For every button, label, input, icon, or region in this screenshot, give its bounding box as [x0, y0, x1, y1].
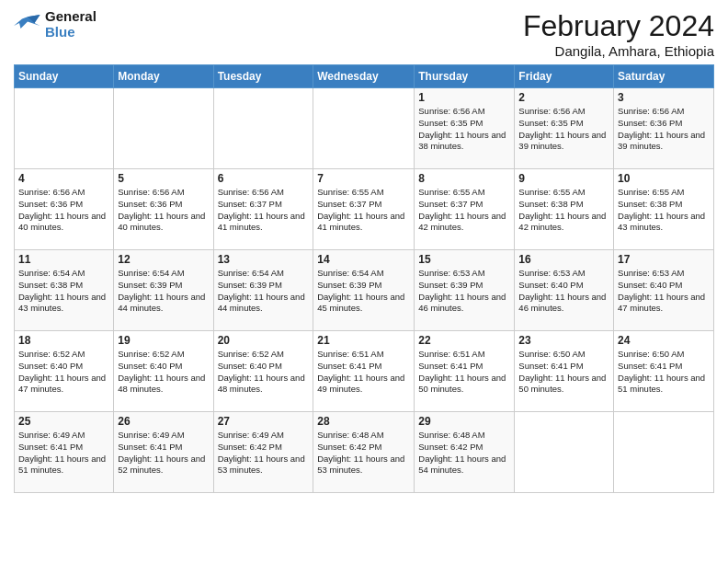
day-info: Sunrise: 6:55 AM Sunset: 6:37 PM Dayligh… — [418, 187, 510, 234]
day-info: Sunrise: 6:53 AM Sunset: 6:40 PM Dayligh… — [518, 268, 609, 315]
calendar-day-27: 27Sunrise: 6:49 AM Sunset: 6:42 PM Dayli… — [213, 412, 313, 493]
day-info: Sunrise: 6:51 AM Sunset: 6:41 PM Dayligh… — [418, 349, 510, 396]
day-info: Sunrise: 6:50 AM Sunset: 6:41 PM Dayligh… — [518, 349, 609, 396]
day-number: 1 — [418, 91, 510, 104]
calendar-day-19: 19Sunrise: 6:52 AM Sunset: 6:40 PM Dayli… — [114, 331, 213, 412]
calendar-empty-cell — [15, 88, 114, 169]
day-number: 24 — [618, 334, 710, 347]
day-info: Sunrise: 6:56 AM Sunset: 6:37 PM Dayligh… — [218, 187, 310, 234]
day-number: 18 — [18, 334, 109, 347]
calendar-header-thursday: Thursday — [415, 65, 515, 88]
day-number: 28 — [317, 415, 410, 428]
calendar-day-26: 26Sunrise: 6:49 AM Sunset: 6:41 PM Dayli… — [114, 412, 213, 493]
day-info: Sunrise: 6:54 AM Sunset: 6:38 PM Dayligh… — [18, 268, 109, 315]
day-info: Sunrise: 6:56 AM Sunset: 6:36 PM Dayligh… — [18, 187, 109, 234]
calendar-day-11: 11Sunrise: 6:54 AM Sunset: 6:38 PM Dayli… — [15, 250, 114, 331]
day-number: 10 — [618, 172, 710, 185]
day-info: Sunrise: 6:49 AM Sunset: 6:41 PM Dayligh… — [18, 430, 109, 477]
day-number: 5 — [118, 172, 209, 185]
calendar-empty-cell — [213, 88, 313, 169]
calendar-week-row: 4Sunrise: 6:56 AM Sunset: 6:36 PM Daylig… — [15, 169, 714, 250]
month-title: February 2024 — [523, 9, 714, 43]
calendar-empty-cell — [614, 412, 714, 493]
day-info: Sunrise: 6:51 AM Sunset: 6:41 PM Dayligh… — [317, 349, 410, 396]
logo: General Blue — [14, 9, 97, 40]
day-number: 7 — [317, 172, 410, 185]
logo-text: General Blue — [45, 9, 97, 40]
calendar-day-14: 14Sunrise: 6:54 AM Sunset: 6:39 PM Dayli… — [313, 250, 415, 331]
day-info: Sunrise: 6:53 AM Sunset: 6:39 PM Dayligh… — [418, 268, 510, 315]
calendar-day-6: 6Sunrise: 6:56 AM Sunset: 6:37 PM Daylig… — [213, 169, 313, 250]
day-number: 29 — [418, 415, 510, 428]
day-info: Sunrise: 6:48 AM Sunset: 6:42 PM Dayligh… — [418, 430, 510, 477]
calendar-day-15: 15Sunrise: 6:53 AM Sunset: 6:39 PM Dayli… — [415, 250, 515, 331]
calendar-empty-cell — [515, 412, 614, 493]
day-number: 2 — [518, 91, 609, 104]
calendar-header-wednesday: Wednesday — [313, 65, 415, 88]
day-number: 17 — [618, 253, 710, 266]
day-info: Sunrise: 6:49 AM Sunset: 6:41 PM Dayligh… — [118, 430, 209, 477]
calendar-day-9: 9Sunrise: 6:55 AM Sunset: 6:38 PM Daylig… — [515, 169, 614, 250]
calendar-day-23: 23Sunrise: 6:50 AM Sunset: 6:41 PM Dayli… — [515, 331, 614, 412]
calendar-header-monday: Monday — [114, 65, 213, 88]
day-number: 14 — [317, 253, 410, 266]
day-info: Sunrise: 6:55 AM Sunset: 6:38 PM Dayligh… — [518, 187, 609, 234]
calendar-header-sunday: Sunday — [15, 65, 114, 88]
calendar-empty-cell — [114, 88, 213, 169]
calendar-day-5: 5Sunrise: 6:56 AM Sunset: 6:36 PM Daylig… — [114, 169, 213, 250]
day-number: 13 — [218, 253, 310, 266]
calendar-day-28: 28Sunrise: 6:48 AM Sunset: 6:42 PM Dayli… — [313, 412, 415, 493]
calendar-empty-cell — [313, 88, 415, 169]
calendar-day-21: 21Sunrise: 6:51 AM Sunset: 6:41 PM Dayli… — [313, 331, 415, 412]
day-number: 19 — [118, 334, 209, 347]
day-info: Sunrise: 6:52 AM Sunset: 6:40 PM Dayligh… — [18, 349, 109, 396]
calendar-day-25: 25Sunrise: 6:49 AM Sunset: 6:41 PM Dayli… — [15, 412, 114, 493]
logo-bird-icon — [14, 13, 41, 36]
day-info: Sunrise: 6:54 AM Sunset: 6:39 PM Dayligh… — [317, 268, 410, 315]
calendar-header-row: SundayMondayTuesdayWednesdayThursdayFrid… — [15, 65, 714, 88]
calendar-header-saturday: Saturday — [614, 65, 714, 88]
calendar-header-friday: Friday — [515, 65, 614, 88]
day-number: 27 — [218, 415, 310, 428]
calendar-week-row: 1Sunrise: 6:56 AM Sunset: 6:35 PM Daylig… — [15, 88, 714, 169]
day-number: 6 — [218, 172, 310, 185]
calendar-day-7: 7Sunrise: 6:55 AM Sunset: 6:37 PM Daylig… — [313, 169, 415, 250]
day-info: Sunrise: 6:56 AM Sunset: 6:35 PM Dayligh… — [518, 106, 609, 153]
calendar-day-12: 12Sunrise: 6:54 AM Sunset: 6:39 PM Dayli… — [114, 250, 213, 331]
day-number: 8 — [418, 172, 510, 185]
day-info: Sunrise: 6:54 AM Sunset: 6:39 PM Dayligh… — [218, 268, 310, 315]
day-info: Sunrise: 6:50 AM Sunset: 6:41 PM Dayligh… — [618, 349, 710, 396]
day-number: 9 — [518, 172, 609, 185]
title-block: February 2024 Dangila, Amhara, Ethiopia — [523, 9, 714, 59]
calendar-day-24: 24Sunrise: 6:50 AM Sunset: 6:41 PM Dayli… — [614, 331, 714, 412]
calendar-day-3: 3Sunrise: 6:56 AM Sunset: 6:36 PM Daylig… — [614, 88, 714, 169]
day-number: 25 — [18, 415, 109, 428]
calendar-table: SundayMondayTuesdayWednesdayThursdayFrid… — [14, 64, 714, 493]
calendar-day-20: 20Sunrise: 6:52 AM Sunset: 6:40 PM Dayli… — [213, 331, 313, 412]
day-info: Sunrise: 6:53 AM Sunset: 6:40 PM Dayligh… — [618, 268, 710, 315]
calendar-day-10: 10Sunrise: 6:55 AM Sunset: 6:38 PM Dayli… — [614, 169, 714, 250]
day-number: 26 — [118, 415, 209, 428]
calendar-day-22: 22Sunrise: 6:51 AM Sunset: 6:41 PM Dayli… — [415, 331, 515, 412]
day-info: Sunrise: 6:56 AM Sunset: 6:35 PM Dayligh… — [418, 106, 510, 153]
day-number: 23 — [518, 334, 609, 347]
day-info: Sunrise: 6:56 AM Sunset: 6:36 PM Dayligh… — [118, 187, 209, 234]
calendar-day-29: 29Sunrise: 6:48 AM Sunset: 6:42 PM Dayli… — [415, 412, 515, 493]
calendar-week-row: 25Sunrise: 6:49 AM Sunset: 6:41 PM Dayli… — [15, 412, 714, 493]
day-info: Sunrise: 6:52 AM Sunset: 6:40 PM Dayligh… — [218, 349, 310, 396]
day-info: Sunrise: 6:55 AM Sunset: 6:38 PM Dayligh… — [618, 187, 710, 234]
calendar-day-18: 18Sunrise: 6:52 AM Sunset: 6:40 PM Dayli… — [15, 331, 114, 412]
calendar-day-13: 13Sunrise: 6:54 AM Sunset: 6:39 PM Dayli… — [213, 250, 313, 331]
day-info: Sunrise: 6:55 AM Sunset: 6:37 PM Dayligh… — [317, 187, 410, 234]
day-number: 16 — [518, 253, 609, 266]
day-number: 4 — [18, 172, 109, 185]
day-info: Sunrise: 6:56 AM Sunset: 6:36 PM Dayligh… — [618, 106, 710, 153]
day-number: 11 — [18, 253, 109, 266]
day-info: Sunrise: 6:52 AM Sunset: 6:40 PM Dayligh… — [118, 349, 209, 396]
header: General Blue February 2024 Dangila, Amha… — [14, 9, 714, 59]
location-title: Dangila, Amhara, Ethiopia — [523, 43, 714, 59]
page: General Blue February 2024 Dangila, Amha… — [0, 0, 728, 563]
calendar-week-row: 18Sunrise: 6:52 AM Sunset: 6:40 PM Dayli… — [15, 331, 714, 412]
calendar-day-1: 1Sunrise: 6:56 AM Sunset: 6:35 PM Daylig… — [415, 88, 515, 169]
day-info: Sunrise: 6:49 AM Sunset: 6:42 PM Dayligh… — [218, 430, 310, 477]
